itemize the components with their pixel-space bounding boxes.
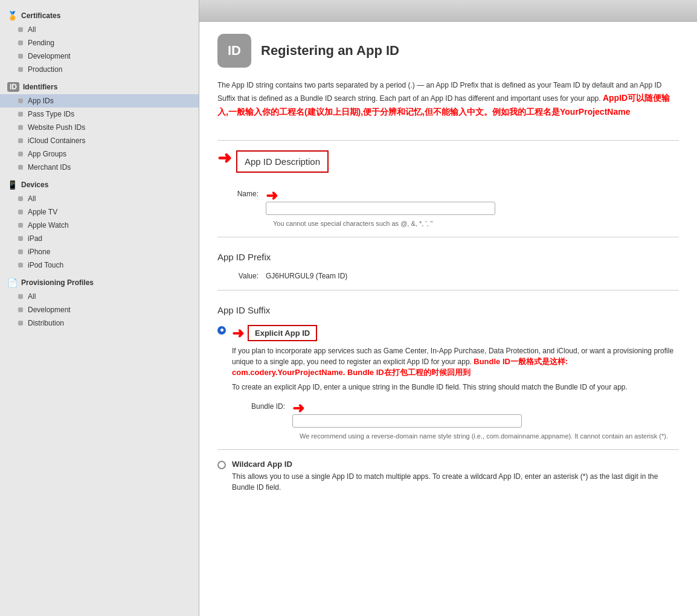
sidebar-item-icloud-containers[interactable]: iCloud Containers xyxy=(0,134,199,147)
page-header: ID Registering an App ID xyxy=(217,34,679,68)
main-content: ID Registering an App ID The App ID stri… xyxy=(199,0,697,616)
sidebar-item-ipod-touch[interactable]: iPod Touch xyxy=(0,258,199,272)
explicit-app-id-label: Explicit App ID xyxy=(255,329,310,338)
bullet-icon xyxy=(18,125,23,130)
id-icon-sidebar: ID xyxy=(7,82,19,92)
bullet-icon xyxy=(18,263,23,268)
divider-2 xyxy=(217,237,679,237)
bullet-icon xyxy=(18,67,23,72)
sidebar-item-app-groups[interactable]: App Groups xyxy=(0,147,199,161)
sidebar-item-app-ids[interactable]: App IDs xyxy=(0,94,199,107)
bullet-icon xyxy=(18,196,23,201)
app-id-suffix-title: App ID Suffix xyxy=(217,300,679,318)
device-icon: 📱 xyxy=(7,180,18,190)
sidebar-item-profiles-distribution[interactable]: Distribution xyxy=(0,316,199,330)
sidebar-item-merchant-ids[interactable]: Merchant IDs xyxy=(0,161,199,174)
sidebar-item-apple-tv[interactable]: Apple TV xyxy=(0,205,199,219)
bullet-icon xyxy=(18,165,23,170)
intro-text: The App ID string contains two parts sep… xyxy=(217,80,673,118)
bundle-id-input[interactable] xyxy=(292,414,522,428)
divider-3 xyxy=(217,290,679,290)
bullet-icon xyxy=(18,152,23,156)
sidebar: 🏅 Certificates All Pending Development P… xyxy=(0,0,199,616)
app-id-description-title: App ID Description xyxy=(245,156,320,167)
app-id-icon: ID xyxy=(217,34,251,68)
bullet-icon xyxy=(18,98,23,103)
divider-4 xyxy=(217,449,679,450)
bullet-icon xyxy=(18,40,23,45)
sidebar-section-identifiers: ID Identifiers xyxy=(0,79,199,94)
prefix-value-row: Value: GJ6HURGUL9 (Team ID) xyxy=(217,272,679,280)
explicit-app-id-desc: If you plan to incorporate app services … xyxy=(232,345,679,378)
bullet-icon xyxy=(18,112,23,117)
prefix-value-text: GJ6HURGUL9 (Team ID) xyxy=(266,272,347,280)
sidebar-item-certs-development[interactable]: Development xyxy=(0,50,199,63)
app-id-description-box: App ID Description xyxy=(236,150,329,173)
sidebar-item-certs-production[interactable]: Production xyxy=(0,63,199,76)
bullet-icon xyxy=(18,321,23,326)
explicit-app-id-box: Explicit App ID xyxy=(248,325,317,341)
name-hint: You cannot use special characters such a… xyxy=(273,220,679,227)
sidebar-item-pass-type-ids[interactable]: Pass Type IDs xyxy=(0,107,199,121)
app-id-prefix-section: App ID Prefix Value: GJ6HURGUL9 (Team ID… xyxy=(217,247,679,280)
prefix-value-label: Value: xyxy=(217,272,266,280)
sidebar-item-iphone[interactable]: iPhone xyxy=(0,245,199,258)
content-area: ID Registering an App ID The App ID stri… xyxy=(199,22,697,616)
explicit-app-id-desc2: To create an explicit App ID, enter a un… xyxy=(232,382,679,393)
main-header xyxy=(199,0,697,22)
bullet-icon xyxy=(18,27,23,32)
bullet-icon xyxy=(18,294,23,299)
sidebar-item-profiles-all[interactable]: All xyxy=(0,290,199,303)
bullet-icon xyxy=(18,249,23,254)
bundle-id-form-row: Bundle ID: ➜ xyxy=(232,400,679,428)
sidebar-item-website-push-ids[interactable]: Website Push IDs xyxy=(0,121,199,134)
bullet-icon xyxy=(18,210,23,214)
certificate-icon: 🏅 xyxy=(7,11,18,21)
app-id-description-section: ➜ App ID Description Name: ➜ You cannot … xyxy=(217,150,679,227)
wildcard-app-id-label: Wildcard App ID xyxy=(232,460,292,469)
sidebar-item-certs-all[interactable]: All xyxy=(0,23,199,36)
sidebar-item-apple-watch[interactable]: Apple Watch xyxy=(0,219,199,232)
explicit-radio[interactable] xyxy=(217,326,226,335)
name-form-row: Name: ➜ xyxy=(217,187,679,215)
wildcard-app-id-desc: This allows you to use a single App ID t… xyxy=(232,471,679,493)
bullet-icon xyxy=(18,138,23,143)
sidebar-item-certs-pending[interactable]: Pending xyxy=(0,36,199,50)
bullet-icon xyxy=(18,223,23,228)
name-input[interactable] xyxy=(266,202,495,215)
sidebar-item-ipad[interactable]: iPad xyxy=(0,232,199,245)
name-label: Name: xyxy=(217,187,266,198)
wildcard-radio[interactable] xyxy=(217,461,226,469)
bullet-icon xyxy=(18,307,23,312)
wildcard-app-id-option: Wildcard App ID This allows you to use a… xyxy=(217,460,679,493)
explicit-app-id-option: ➜ Explicit App ID If you plan to incorpo… xyxy=(217,325,679,440)
sidebar-item-profiles-development[interactable]: Development xyxy=(0,303,199,316)
page-title: Registering an App ID xyxy=(261,43,399,59)
sidebar-section-certificates: 🏅 Certificates xyxy=(0,7,199,23)
sidebar-section-provisioning: 📄 Provisioning Profiles xyxy=(0,274,199,290)
arrow-1: ➜ xyxy=(217,148,231,168)
sidebar-section-devices: 📱 Devices xyxy=(0,176,199,192)
bundle-id-label: Bundle ID: xyxy=(232,400,292,411)
arrow-3: ➜ xyxy=(232,325,244,342)
bundle-id-hint: We recommend using a reverse-domain name… xyxy=(300,432,679,440)
bullet-icon xyxy=(18,54,23,59)
divider-1 xyxy=(217,140,679,141)
profile-icon: 📄 xyxy=(7,278,18,287)
app-id-prefix-title: App ID Prefix xyxy=(217,247,679,265)
app-id-suffix-section: App ID Suffix ➜ Explicit App ID If you p… xyxy=(217,300,679,493)
bullet-icon xyxy=(18,236,23,241)
sidebar-item-devices-all[interactable]: All xyxy=(0,192,199,205)
